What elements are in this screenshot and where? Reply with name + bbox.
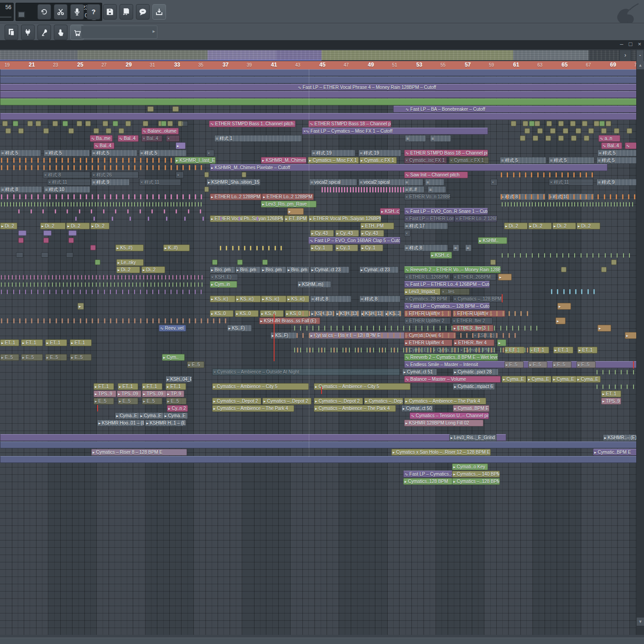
audio-clip[interactable]: ▸E..5 bbox=[21, 354, 43, 361]
muted-clip[interactable]: ×ETHER Vo..n 128BPM bbox=[404, 193, 451, 200]
muted-clip[interactable]: ×Cymatics –..128 BPM bbox=[452, 296, 503, 302]
audio-clip[interactable]: ▸ET..BPM bbox=[284, 215, 308, 222]
audio-clip[interactable]: ▸Cy..1 bbox=[310, 244, 333, 251]
clip[interactable] bbox=[0, 77, 637, 83]
muted-clip[interactable]: ×样式 8 bbox=[43, 171, 90, 178]
audio-clip[interactable]: ▸Di..2 bbox=[90, 223, 109, 229]
clip[interactable]: ▸ bbox=[176, 142, 186, 149]
audio-clip[interactable]: ▸Cyma..E bbox=[163, 412, 188, 419]
mini-clip[interactable] bbox=[588, 128, 594, 134]
muted-clip[interactable]: ×..tes bbox=[441, 288, 470, 295]
mini-clip[interactable] bbox=[27, 121, 33, 126]
mini-clip[interactable] bbox=[490, 260, 496, 265]
pattern-clip[interactable]: ≡样式 9 bbox=[597, 179, 637, 186]
mini-clip[interactable] bbox=[147, 106, 154, 112]
audio-clip[interactable]: ▸Lev3_Impact_ bbox=[404, 288, 441, 295]
clip[interactable]: ▸ bbox=[287, 208, 304, 215]
pattern-clip[interactable]: ≡vocal2 spical bbox=[358, 179, 406, 186]
audio-clip[interactable]: ▸E..5 bbox=[70, 354, 92, 361]
mini-clip[interactable] bbox=[43, 238, 49, 243]
audio-clip[interactable]: ▸Bro..pm bbox=[235, 266, 261, 273]
audio-clip[interactable]: ▸Cymatics –..128 BPM bbox=[452, 478, 500, 485]
audio-clip[interactable]: ▸Le..nky bbox=[116, 259, 144, 266]
mini-clip[interactable] bbox=[77, 121, 82, 126]
touch-button[interactable] bbox=[54, 25, 68, 40]
audio-clip[interactable]: ▸Bro..pm bbox=[210, 266, 235, 273]
audio-clip[interactable]: ▸Cymat..ct 23 bbox=[310, 266, 349, 273]
pattern-clip[interactable]: ≡样式 8 bbox=[0, 186, 42, 193]
mini-clip[interactable] bbox=[18, 128, 24, 134]
automation-clip[interactable]: ∿Balanc..olume bbox=[141, 128, 179, 135]
playlist-track-area[interactable]: ∿Fast LP – ETHER Vocal Phrase 4 – Money … bbox=[0, 69, 637, 635]
mini-clip[interactable] bbox=[18, 238, 24, 243]
audio-clip[interactable]: ▸ET..1 bbox=[21, 339, 43, 346]
mini-clip[interactable] bbox=[523, 121, 528, 126]
chat-button[interactable] bbox=[136, 4, 150, 20]
audio-clip[interactable]: ▸Cy..43 bbox=[335, 230, 359, 237]
audio-clip[interactable]: ▸KSH..c bbox=[430, 252, 452, 259]
audio-clip[interactable]: ▸Cymat..ct 23 bbox=[359, 266, 399, 273]
audio-clip[interactable]: ▸ET..1 bbox=[0, 339, 19, 346]
audio-clip[interactable]: ▸KSHMR_I..last_E bbox=[175, 157, 216, 164]
mini-clip[interactable] bbox=[571, 135, 576, 141]
audio-clip[interactable]: ▸ETHER Lo..2 128BPM bbox=[262, 193, 314, 200]
audio-clip[interactable]: ▸KS..ic) bbox=[261, 296, 286, 302]
audio-clip[interactable]: ▸Cymatics..128 BPM bbox=[403, 478, 452, 485]
muted-clip[interactable]: ×Fast LP – ETHER Lon bbox=[404, 215, 454, 222]
mini-clip[interactable] bbox=[52, 121, 58, 126]
clip[interactable]: × bbox=[490, 179, 498, 186]
audio-clip[interactable]: ▸KSHMR_Sha..sition_15 bbox=[207, 179, 260, 186]
mini-clip[interactable] bbox=[43, 230, 52, 236]
mini-clip[interactable] bbox=[594, 121, 599, 126]
muted-clip[interactable]: ×Cymatics – Ambience – Outside At Night bbox=[212, 369, 400, 375]
muted-clip[interactable]: ×Cymatics..28 BPM bbox=[404, 296, 451, 302]
audio-clip[interactable]: ▸ET..1 bbox=[166, 383, 186, 390]
audio-clip[interactable]: ▸Lev3_Ris.._E_Grind bbox=[449, 434, 497, 441]
mini-clip[interactable] bbox=[18, 230, 26, 236]
muted-clip[interactable]: ×Cymati..c FX 1 bbox=[449, 157, 489, 164]
muted-clip[interactable]: ×样式 26 bbox=[91, 171, 139, 178]
audio-clip[interactable]: ▸E..5 bbox=[93, 398, 114, 405]
audio-clip[interactable]: ▸Cymati..o Key bbox=[452, 463, 488, 470]
minimize-button[interactable]: – bbox=[620, 41, 623, 47]
mini-clip[interactable] bbox=[68, 238, 74, 243]
audio-clip[interactable]: ▸ET..1 bbox=[70, 339, 92, 346]
audio-clip[interactable]: ▸Cymatics – Ambience – City 5 bbox=[314, 383, 410, 390]
mini-clip[interactable] bbox=[182, 121, 188, 126]
automation-clip[interactable]: ∿Reev..vel bbox=[159, 325, 186, 332]
help-button[interactable]: ? bbox=[87, 4, 100, 20]
mini-clip[interactable] bbox=[601, 267, 607, 272]
clip[interactable]: ▸ bbox=[557, 303, 571, 310]
lamp-button[interactable] bbox=[37, 25, 51, 40]
mini-clip[interactable] bbox=[550, 128, 556, 134]
audio-clip[interactable]: ▸K..#) bbox=[163, 244, 190, 251]
audio-clip[interactable]: ▸Di..2 bbox=[66, 223, 90, 229]
audio-clip[interactable]: ▸KSHMR Brass..ss Fall (E) bbox=[259, 317, 320, 324]
automation-clip[interactable]: ∿Fast LP – ETHER Lo..4 126BPM – Cutoff bbox=[404, 281, 490, 288]
mini-clip[interactable] bbox=[103, 121, 108, 126]
clip[interactable]: ▸ bbox=[78, 303, 84, 310]
audio-clip[interactable]: ▸Cymatics – Misc FX 1 bbox=[308, 157, 359, 164]
audio-clip[interactable]: ▸TP..9 bbox=[166, 390, 184, 397]
mini-clip[interactable] bbox=[212, 260, 218, 265]
minimap-segment[interactable] bbox=[0, 50, 78, 60]
automation-clip[interactable]: ∿Fast LP – ETHER Vocal Phrase 4 – Money … bbox=[0, 84, 637, 91]
pattern-clip[interactable]: ≡样式 10 bbox=[548, 193, 594, 200]
audio-clip[interactable]: ▸Cymati..c FX 1 bbox=[359, 157, 397, 164]
clip[interactable]: ≡ bbox=[425, 179, 444, 186]
audio-clip[interactable]: ▸Cymatics –..Depot 2 bbox=[364, 398, 403, 405]
scroll-up-button[interactable]: ▲ bbox=[637, 61, 644, 69]
audio-clip[interactable]: ▸Cy..n 2 bbox=[167, 405, 188, 412]
audio-clip[interactable]: ▸Cy..43 bbox=[310, 230, 334, 237]
cut-button[interactable] bbox=[54, 4, 68, 20]
pattern-clip[interactable]: ≡样式 5 bbox=[44, 150, 90, 156]
clip[interactable]: ≡ bbox=[405, 135, 426, 142]
mini-clip[interactable] bbox=[125, 121, 131, 126]
audio-clip[interactable]: ▸KSH..13 bbox=[310, 310, 335, 317]
audio-clip[interactable]: ▸KSHMR Hoo..01 – (E) bbox=[97, 420, 145, 426]
close-button[interactable]: × bbox=[638, 41, 641, 47]
audio-clip[interactable]: ▸Di..2 bbox=[0, 223, 17, 229]
mini-clip[interactable] bbox=[68, 230, 77, 236]
audio-clip[interactable]: ▸Lev3_Ris..pm_Rave bbox=[261, 201, 317, 208]
clip[interactable]: ∿ bbox=[625, 142, 637, 149]
